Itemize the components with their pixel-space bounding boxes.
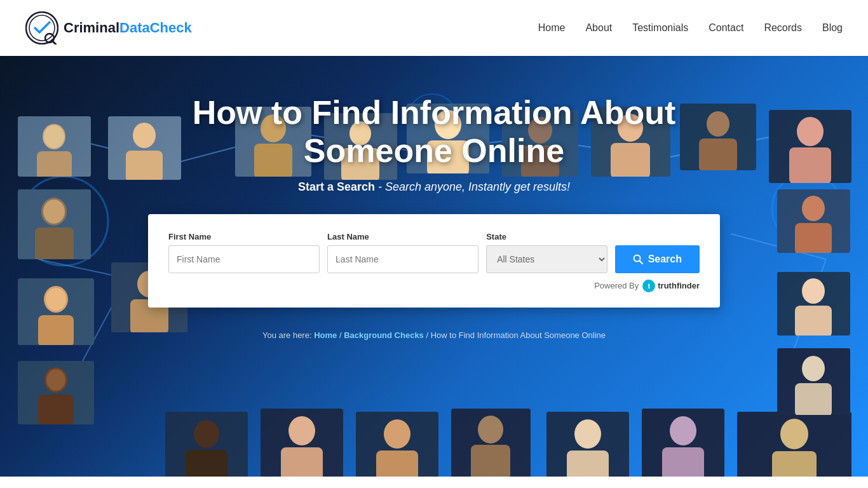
svg-rect-87 [777,348,850,415]
photo-23 [777,348,850,415]
svg-rect-78 [737,412,851,485]
svg-point-88 [802,356,825,381]
svg-rect-72 [546,412,629,485]
svg-rect-66 [356,412,438,485]
svg-point-26 [44,286,68,313]
svg-line-3 [53,41,56,44]
svg-point-79 [780,419,808,449]
svg-point-64 [288,416,315,445]
powered-by-text: Powered By [594,281,639,290]
svg-point-82 [802,196,825,221]
svg-rect-71 [471,445,510,478]
breadcrumb-sep2: / [426,330,430,340]
svg-point-67 [384,419,410,449]
svg-rect-89 [795,383,832,415]
svg-point-0 [26,12,58,44]
svg-point-55 [797,117,824,146]
hero-subtitle: Powered By Start a Search - Search anyon… [186,180,682,194]
photo-1 [18,116,91,177]
svg-point-61 [194,420,219,448]
svg-rect-63 [261,409,343,482]
search-icon [633,254,643,264]
first-name-group: First Name [168,232,320,273]
svg-rect-54 [769,110,851,183]
photo-17 [451,409,531,478]
svg-point-73 [574,419,601,449]
search-button[interactable]: Search [615,245,700,273]
svg-point-52 [707,111,729,137]
svg-point-18 [43,124,65,149]
photo-15 [261,409,343,482]
svg-rect-83 [795,223,832,253]
photo-4 [18,361,94,424]
state-group: State All States Alabama Alaska Arizona … [486,232,607,273]
logo-icon [25,11,58,44]
svg-rect-27 [38,315,74,345]
state-select[interactable]: All States Alabama Alaska Arizona Arkans… [486,245,607,273]
svg-rect-81 [777,189,850,253]
first-name-label: First Name [168,232,320,241]
powered-by: Powered By t truthfinder [168,280,700,292]
svg-rect-33 [108,116,181,180]
breadcrumb-current: How to Find Information About Someone On… [431,330,606,340]
svg-point-34 [133,123,156,148]
site-header: CriminalDataCheck Home About Testimonial… [0,0,868,56]
svg-rect-29 [18,361,94,424]
logo-text: CriminalDataCheck [64,20,192,36]
svg-point-24 [43,200,65,224]
svg-line-12 [731,234,826,259]
truthfinder-name: truthfinder [658,281,700,290]
photo-21 [777,189,850,253]
svg-line-10 [38,259,127,278]
hero-title: How to Find Information About Someone On… [186,94,682,170]
state-label: State [486,232,607,241]
nav-about[interactable]: About [585,22,612,34]
subtitle-bold: Start a Search [298,180,375,193]
last-name-label: Last Name [327,232,478,241]
breadcrumb-prefix: You are here: [262,330,314,340]
truthfinder-icon: t [642,280,655,292]
svg-rect-53 [699,139,737,170]
photo-18 [546,412,629,485]
nav-home[interactable]: Home [538,22,566,34]
svg-rect-60 [165,412,248,485]
svg-point-32 [46,369,65,391]
nav-testimonials[interactable]: Testimonials [632,22,688,34]
first-name-input[interactable] [168,245,320,273]
svg-point-85 [802,278,825,304]
bottom-white-bar [0,477,868,488]
svg-rect-56 [789,147,831,183]
svg-point-30 [44,367,67,393]
photo-16 [356,412,438,485]
photo-20 [737,412,851,485]
svg-point-22 [41,198,67,226]
last-name-group: Last Name [327,232,478,273]
svg-point-28 [46,288,66,311]
breadcrumb: You are here: Home / Background Checks /… [262,330,606,340]
nav-blog[interactable]: Blog [822,22,843,34]
svg-rect-84 [777,272,850,336]
breadcrumb-home[interactable]: Home [314,330,337,340]
search-form: First Name Last Name State All States Al… [168,232,700,273]
svg-rect-31 [38,395,74,424]
logo[interactable]: CriminalDataCheck [25,11,192,44]
svg-point-14 [19,177,108,266]
main-nav: Home About Testimonials Contact Records … [538,22,843,34]
search-button-label: Search [648,254,682,265]
svg-point-15 [772,173,842,243]
photo-19 [642,409,724,482]
hero-content: How to Find Information About Someone On… [173,94,695,214]
svg-rect-86 [795,306,832,336]
nav-contact[interactable]: Contact [709,22,743,34]
photo-2 [18,189,91,259]
svg-line-13 [794,259,826,348]
photo-3 [18,278,94,345]
svg-rect-23 [35,227,74,259]
last-name-input[interactable] [327,245,478,273]
photo-22 [777,272,850,336]
truthfinder-logo: t truthfinder [642,280,700,292]
nav-records[interactable]: Records [764,22,802,34]
hero-section: How to Find Information About Someone On… [0,56,868,488]
breadcrumb-background-checks[interactable]: Background Checks [344,330,424,340]
svg-point-70 [478,416,503,444]
